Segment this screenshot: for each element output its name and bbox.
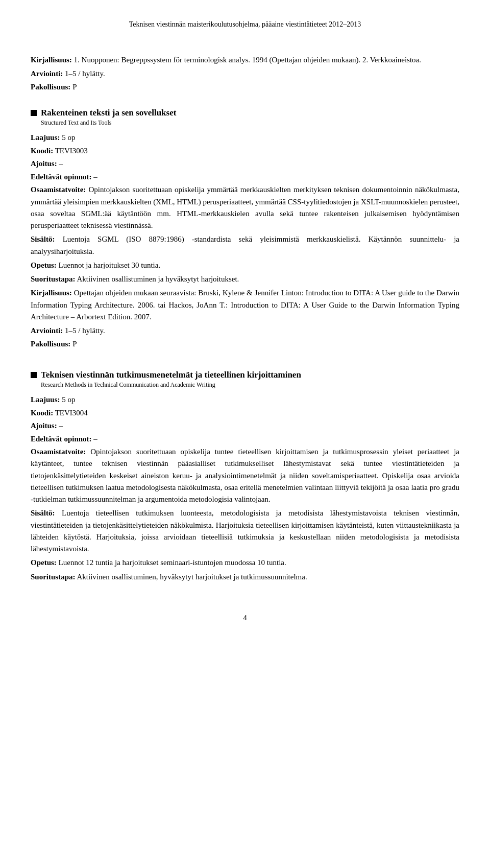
- section1-opetus-label: Opetus:: [31, 261, 57, 269]
- arviointi-intro-label: Arviointi:: [31, 69, 63, 78]
- section1-sisalto-text: Luentoja SGML (ISO 8879:1986) -standardi…: [31, 235, 459, 255]
- section1-opetus: Opetus: Luennot ja harjoitukset 30 tunti…: [31, 260, 459, 271]
- section2-suoritustapa-label: Suoritustapa:: [31, 573, 76, 581]
- section1-sisalto-label: Sisältö:: [31, 235, 55, 243]
- section2-ajoitus: Ajoitus: –: [31, 420, 459, 432]
- section1-subtitle: Structured Text and Its Tools: [41, 119, 459, 127]
- section1-suoritustapa-text: Aktiivinen osallistuminen ja hyväksytyt …: [77, 275, 239, 283]
- section2-opetus-text: Luennot 12 tuntia ja harjoitukset semina…: [59, 558, 286, 567]
- section1-pakollisuus-label: Pakollisuus:: [31, 340, 70, 348]
- section1-suoritustapa: Suoritustapa: Aktiivinen osallistuminen …: [31, 273, 459, 285]
- section1-koodi: Koodi: TEVI3003: [31, 145, 459, 157]
- section1-osaamistatvoite-text: Opintojakson suoritettuaan opiskelija ym…: [31, 185, 459, 229]
- section1-sisalto: Sisältö: Luentoja SGML (ISO 8879:1986) -…: [31, 233, 459, 257]
- page-header: Teknisen viestinnän maisterikoulutusohje…: [31, 20, 459, 29]
- section2-bullet: [31, 372, 37, 378]
- section2-edeltavat-label: Edeltävät opinnot:: [31, 435, 92, 443]
- section2-koodi: Koodi: TEVI3004: [31, 407, 459, 419]
- pakollisuus-intro-value: P: [72, 83, 77, 91]
- section1-osaamistatvoite-label: Osaamistatvoite:: [31, 185, 86, 194]
- section2-laajuus-label: Laajuus:: [31, 395, 60, 404]
- section1-suoritustapa-label: Suoritustapa:: [31, 275, 76, 283]
- section1-title: Rakenteinen teksti ja sen sovellukset: [41, 108, 176, 118]
- section1-edeltavat-value: –: [93, 173, 97, 181]
- kirjallisuus-intro-label: Kirjallisuus:: [31, 56, 72, 64]
- section1-koodi-label: Koodi:: [31, 147, 53, 155]
- pakollisuus-intro: Pakollisuus: P: [31, 81, 459, 93]
- section1-arviointi-value: 1–5 / hylätty.: [65, 326, 105, 335]
- pakollisuus-intro-label: Pakollisuus:: [31, 83, 70, 91]
- section1-kirjallisuus-label: Kirjallisuus:: [31, 289, 72, 297]
- section1-laajuus-value: 5 op: [62, 133, 75, 142]
- section2-ajoitus-label: Ajoitus:: [31, 421, 57, 430]
- section1-heading: Rakenteinen teksti ja sen sovellukset: [31, 108, 459, 118]
- section1-title-block: Rakenteinen teksti ja sen sovellukset St…: [31, 108, 459, 127]
- section2-subtitle: Research Methods in Technical Communicat…: [41, 381, 459, 389]
- section2-title-block: Teknisen viestinnän tutkimusmenetelmät j…: [31, 370, 459, 389]
- section1-pakollisuus: Pakollisuus: P: [31, 338, 459, 350]
- section1-koodi-value: TEVI3003: [55, 147, 88, 155]
- section2-suoritustapa: Suoritustapa: Aktiivinen osallistuminen,…: [31, 571, 459, 583]
- section1-laajuus-label: Laajuus:: [31, 133, 60, 142]
- section2-ajoitus-value: –: [59, 421, 63, 430]
- arviointi-intro: Arviointi: 1–5 / hylätty.: [31, 68, 459, 80]
- section1-edeltavat-label: Edeltävät opinnot:: [31, 173, 92, 181]
- section-tutkimusmenetelmat: Teknisen viestinnän tutkimusmenetelmät j…: [31, 370, 459, 583]
- section1-arviointi-label: Arviointi:: [31, 326, 63, 335]
- section2-sisalto: Sisältö: Luentoja tieteellisen tutkimuks…: [31, 507, 459, 555]
- section1-ajoitus-label: Ajoitus:: [31, 159, 57, 168]
- section2-osaamistatvoite: Osaamistatvoite: Opintojakson suoritettu…: [31, 446, 459, 505]
- section2-laajuus-value: 5 op: [62, 395, 75, 404]
- section2-opetus: Opetus: Luennot 12 tuntia ja harjoitukse…: [31, 557, 459, 569]
- section1-osaamistatvoite: Osaamistatvoite: Opintojakson suoritettu…: [31, 184, 459, 231]
- section1-kirjallisuus: Kirjallisuus: Opettajan ohjeiden mukaan …: [31, 287, 459, 323]
- kirjallisuus-intro-value: 1. Nuopponen: Begreppssystem för termino…: [74, 56, 421, 64]
- section1-bullet: [31, 110, 37, 116]
- section2-opetus-label: Opetus:: [31, 558, 57, 567]
- section1-kirjallisuus-text: Opettajan ohjeiden mukaan seuraavista: B…: [31, 289, 459, 321]
- section2-heading: Teknisen viestinnän tutkimusmenetelmät j…: [31, 370, 459, 380]
- section1-ajoitus-value: –: [59, 159, 63, 168]
- section2-edeltavat-value: –: [93, 435, 97, 443]
- section1-pakollisuus-value: P: [72, 340, 77, 348]
- section2-koodi-label: Koodi:: [31, 409, 53, 417]
- section2-title: Teknisen viestinnän tutkimusmenetelmät j…: [41, 370, 301, 380]
- section1-arviointi: Arviointi: 1–5 / hylätty.: [31, 325, 459, 337]
- section1-edeltavat: Edeltävät opinnot: –: [31, 171, 459, 183]
- section2-edeltavat: Edeltävät opinnot: –: [31, 433, 459, 445]
- page-footer: 4: [31, 614, 459, 622]
- section1-laajuus: Laajuus: 5 op: [31, 132, 459, 144]
- section2-suoritustapa-text: Aktiivinen osallistuminen, hyväksytyt ha…: [77, 573, 307, 581]
- section2-koodi-value: TEVI3004: [55, 409, 88, 417]
- section2-osaamistatvoite-text: Opintojakson suoritettuaan opiskelija tu…: [31, 448, 459, 503]
- arviointi-intro-value: 1–5 / hylätty.: [65, 69, 105, 78]
- kirjallisuus-intro: Kirjallisuus: 1. Nuopponen: Begreppssyst…: [31, 54, 459, 66]
- section-rakenteinen-teksti: Rakenteinen teksti ja sen sovellukset St…: [31, 108, 459, 349]
- section2-sisalto-label: Sisältö:: [31, 509, 55, 517]
- section2-sisalto-text: Luentoja tieteellisen tutkimuksen luonte…: [31, 509, 459, 553]
- section1-ajoitus: Ajoitus: –: [31, 158, 459, 170]
- section1-opetus-text: Luennot ja harjoitukset 30 tuntia.: [59, 261, 161, 269]
- section2-laajuus: Laajuus: 5 op: [31, 394, 459, 406]
- intro-section: Kirjallisuus: 1. Nuopponen: Begreppssyst…: [31, 54, 459, 92]
- section2-osaamistatvoite-label: Osaamistatvoite:: [31, 448, 86, 456]
- page-number: 4: [243, 614, 247, 622]
